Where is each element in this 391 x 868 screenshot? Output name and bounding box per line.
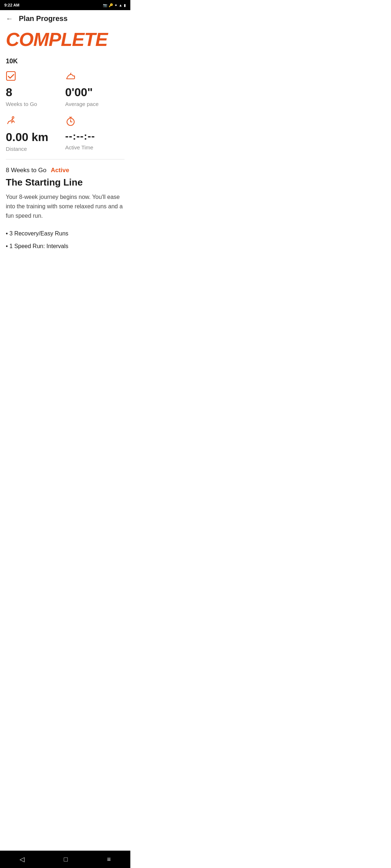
back-button[interactable]: ← [6,14,13,23]
avg-pace-label: Average pace [65,101,125,107]
weeks-to-go-value: 8 [6,86,65,99]
status-icons: 📷 🔑 ✦ ▲ ▮ [103,3,126,7]
week-header: 8 Weeks to Go Active [6,167,125,174]
week-description: Your 8-week journey begins now. You'll e… [6,192,125,220]
distance-label: Distance [6,146,65,152]
shoe-icon [65,71,125,83]
signal-icon: ▲ [119,3,122,7]
timer-icon [65,116,125,128]
complete-banner: COMPLETE [0,27,130,55]
key-icon: 🔑 [109,3,113,7]
svg-point-1 [12,117,14,119]
distance-stat: 0.00 km Distance [6,116,65,152]
active-time-label: Active Time [65,144,125,150]
week-title: The Starting Line [6,177,125,188]
workout-item-1: • 3 Recovery/Easy Runs [6,227,125,240]
active-time-value: --:--:-- [65,131,125,142]
distance-value: 0.00 km [6,131,65,144]
page-title: Plan Progress [19,14,68,23]
avg-pace-value: 0'00" [65,86,125,99]
status-time: 9:22 AM [4,3,20,7]
week-label: 8 Weeks to Go [6,167,46,174]
section-divider [6,159,125,159]
battery-icon: ▮ [124,3,126,7]
bluetooth-icon: ✦ [114,3,117,7]
workout-list: • 3 Recovery/Easy Runs • 1 Speed Run: In… [6,227,125,252]
run-icon [6,116,65,128]
header: ← Plan Progress [0,10,130,27]
active-time-stat: --:--:-- Active Time [65,116,125,152]
checkbox-icon [6,71,65,83]
weeks-to-go-stat: 8 Weeks to Go [6,71,65,107]
week-section: 8 Weeks to Go Active The Starting Line Y… [0,167,130,252]
plan-name: 10K [0,55,130,71]
video-icon: 📷 [103,3,107,7]
avg-pace-stat: 0'00" Average pace [65,71,125,107]
workout-item-2: • 1 Speed Run: Intervals [6,240,125,252]
active-badge: Active [51,167,69,174]
weeks-to-go-label: Weeks to Go [6,101,65,107]
svg-rect-0 [7,72,15,80]
complete-text: COMPLETE [6,30,125,49]
stats-grid: 8 Weeks to Go 0'00" Average pace 0.00 km… [0,71,130,152]
status-bar: 9:22 AM 📷 🔑 ✦ ▲ ▮ [0,0,130,10]
